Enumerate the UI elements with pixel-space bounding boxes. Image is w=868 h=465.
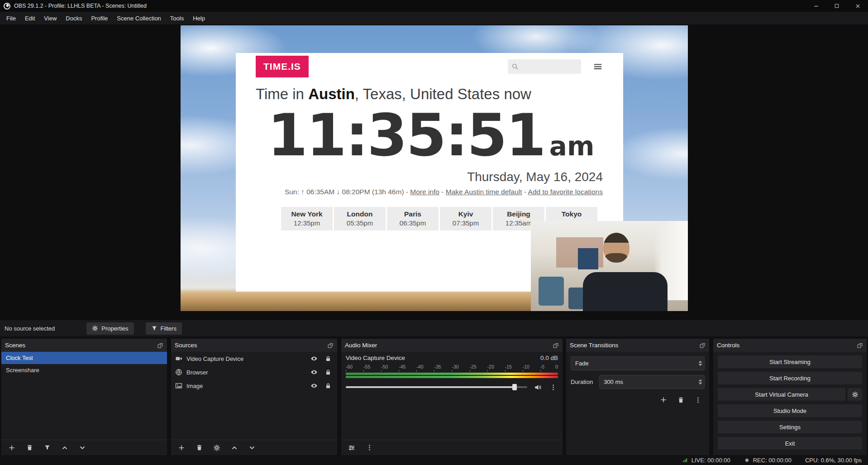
source-row-browser[interactable]: Browser bbox=[171, 365, 337, 379]
camera-icon bbox=[175, 355, 182, 362]
menu-view[interactable]: View bbox=[39, 13, 61, 24]
controls-dock-header[interactable]: Controls bbox=[713, 339, 867, 352]
db-tick: -55 bbox=[363, 364, 370, 369]
popout-icon[interactable] bbox=[699, 342, 706, 349]
transition-selected-value: Fade bbox=[575, 360, 589, 367]
preview-canvas[interactable]: TIME.IS Time in Austin, Texas, United St… bbox=[181, 25, 688, 311]
popout-icon[interactable] bbox=[553, 342, 559, 349]
menu-file[interactable]: File bbox=[2, 13, 20, 24]
channel-kebab-menu-icon[interactable] bbox=[548, 382, 558, 392]
exit-button[interactable]: Exit bbox=[718, 437, 862, 450]
remove-scene-button[interactable] bbox=[24, 443, 34, 453]
clock-time: 11:35:51 bbox=[267, 106, 545, 164]
audio-mixer-dock-header[interactable]: Audio Mixer bbox=[341, 339, 563, 352]
webcam-office-screen bbox=[578, 248, 598, 270]
volume-slider[interactable] bbox=[346, 384, 527, 390]
select-arrows[interactable] bbox=[698, 360, 702, 366]
advanced-audio-button[interactable] bbox=[347, 443, 357, 453]
sources-toolbar bbox=[171, 440, 337, 455]
scene-item-clock-test[interactable]: Clock Test bbox=[1, 352, 167, 364]
close-button[interactable] bbox=[847, 0, 868, 12]
city-tile: Paris 06:35pm bbox=[387, 207, 439, 230]
studio-mode-button[interactable]: Studio Mode bbox=[718, 404, 862, 417]
menu-scene-collection[interactable]: Scene Collection bbox=[112, 13, 166, 24]
controls-dock-title: Controls bbox=[717, 342, 739, 349]
start-virtual-camera-button[interactable]: Start Virtual Camera bbox=[718, 388, 845, 401]
caret-down-icon bbox=[698, 382, 702, 385]
transition-select[interactable]: Fade bbox=[571, 356, 705, 370]
source-status-text: No source selected bbox=[5, 325, 55, 332]
city-name: London bbox=[334, 210, 386, 218]
menu-help[interactable]: Help bbox=[188, 13, 210, 24]
timeis-logo: TIME.IS bbox=[256, 56, 309, 77]
scene-move-down-button[interactable] bbox=[77, 443, 87, 453]
source-label: Video Capture Device bbox=[186, 355, 305, 362]
lock-icon[interactable] bbox=[323, 354, 333, 364]
popout-icon[interactable] bbox=[327, 342, 334, 349]
minimize-button[interactable] bbox=[806, 0, 826, 12]
webcam-person-beard bbox=[605, 253, 627, 263]
menu-docks[interactable]: Docks bbox=[61, 13, 86, 24]
slider-fill bbox=[346, 386, 515, 388]
lock-icon[interactable] bbox=[323, 367, 333, 377]
settings-button[interactable]: Settings bbox=[718, 421, 862, 433]
add-transition-button[interactable] bbox=[658, 395, 668, 405]
spinbox-arrows[interactable] bbox=[698, 379, 702, 385]
source-row-image[interactable]: Image bbox=[171, 379, 337, 393]
filters-button[interactable]: Filters bbox=[146, 322, 182, 335]
popout-icon[interactable] bbox=[857, 342, 863, 349]
menu-edit[interactable]: Edit bbox=[20, 13, 39, 24]
popout-icon[interactable] bbox=[157, 342, 163, 349]
scene-item-screenshare[interactable]: Screenshare bbox=[1, 364, 167, 376]
visibility-eye-icon[interactable] bbox=[309, 367, 319, 377]
city-time: 12:35pm bbox=[281, 219, 333, 227]
source-move-down-button[interactable] bbox=[247, 443, 257, 453]
visibility-eye-icon[interactable] bbox=[309, 354, 319, 364]
virtual-camera-settings-button[interactable] bbox=[848, 388, 862, 401]
transitions-body: Fade Duration 300 ms bbox=[566, 352, 709, 455]
add-source-button[interactable] bbox=[176, 443, 186, 453]
sources-dock-header[interactable]: Sources bbox=[171, 339, 337, 352]
transitions-dock-header[interactable]: Scene Transitions bbox=[566, 339, 709, 352]
transition-kebab-menu-icon[interactable] bbox=[693, 395, 703, 405]
source-move-up-button[interactable] bbox=[229, 443, 239, 453]
source-properties-button[interactable] bbox=[212, 443, 222, 453]
properties-button[interactable]: Properties bbox=[86, 322, 134, 335]
mixer-kebab-menu-icon[interactable] bbox=[364, 443, 374, 453]
scenes-toolbar bbox=[1, 440, 167, 455]
source-label: Browser bbox=[186, 369, 305, 376]
scene-move-up-button[interactable] bbox=[60, 443, 70, 453]
source-row-video-capture[interactable]: Video Capture Device bbox=[171, 352, 337, 365]
title-bar[interactable]: OBS 29.1.2 - Profile: LLHLS BETA - Scene… bbox=[0, 0, 868, 12]
db-tick: -30 bbox=[452, 364, 458, 369]
start-streaming-button[interactable]: Start Streaming bbox=[718, 355, 862, 368]
db-tick: -20 bbox=[487, 364, 494, 369]
remove-source-button[interactable] bbox=[194, 443, 204, 453]
scenes-dock-header[interactable]: Scenes bbox=[1, 339, 167, 352]
webcam-office-chair bbox=[539, 277, 564, 306]
duration-spinbox[interactable]: 300 ms bbox=[599, 375, 705, 389]
slider-handle[interactable] bbox=[512, 384, 517, 390]
db-ruler bbox=[346, 370, 558, 372]
city-name: Paris bbox=[387, 210, 439, 218]
menu-tools[interactable]: Tools bbox=[166, 13, 188, 24]
duration-label: Duration bbox=[571, 379, 593, 385]
menu-profile[interactable]: Profile bbox=[86, 13, 112, 24]
webcam-overlay[interactable] bbox=[531, 221, 688, 311]
mute-speaker-icon[interactable] bbox=[533, 382, 543, 392]
maximize-button[interactable] bbox=[826, 0, 847, 12]
volume-meter-right bbox=[346, 376, 558, 378]
live-status: LIVE: 00:00:00 bbox=[682, 457, 730, 464]
source-label: Image bbox=[186, 383, 305, 389]
visibility-eye-icon[interactable] bbox=[309, 381, 319, 391]
record-disc-icon bbox=[744, 457, 750, 463]
start-recording-button[interactable]: Start Recording bbox=[718, 372, 862, 384]
add-favorite-link: Add to favorite locations bbox=[528, 188, 603, 196]
remove-transition-button[interactable] bbox=[676, 395, 686, 405]
db-tick: -15 bbox=[505, 364, 512, 369]
lock-icon[interactable] bbox=[323, 381, 333, 391]
db-tick: -45 bbox=[399, 364, 405, 369]
scene-filters-button[interactable] bbox=[42, 443, 52, 453]
add-scene-button[interactable] bbox=[7, 443, 17, 453]
city-name: New York bbox=[281, 210, 333, 218]
